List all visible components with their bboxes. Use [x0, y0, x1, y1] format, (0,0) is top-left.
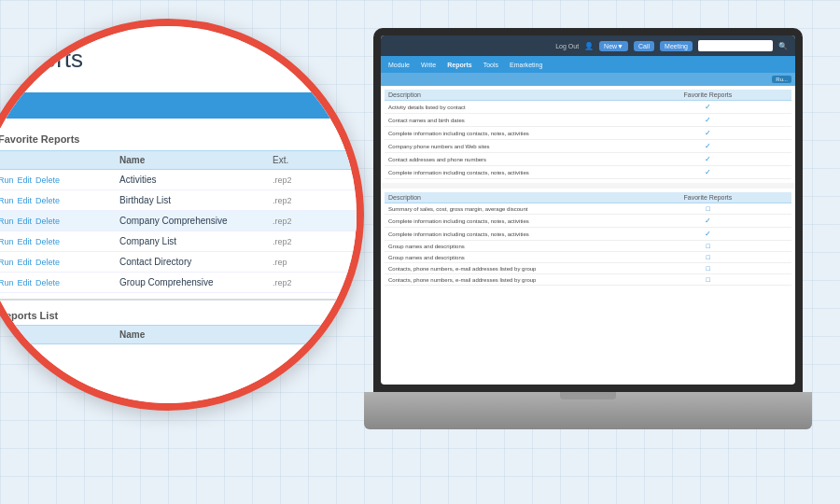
delete-button[interactable]: Delete — [35, 175, 60, 185]
run-button[interactable]: Run — [0, 175, 14, 185]
table-name-header: Name — [119, 155, 273, 165]
screen-action-bar: Ru... — [381, 73, 795, 86]
report-ext: .rep — [273, 258, 338, 267]
table-row: Run Edit Delete Company List .rep2 — [0, 231, 357, 252]
table-row: Run Edit Delete Group Comprehensive .rep… — [0, 273, 357, 293]
table-row: Run Edit Delete Contact Directory .rep — [0, 252, 357, 273]
logout-label: Log Out — [555, 43, 579, 49]
list-name-header: Name — [119, 329, 338, 340]
table2-col2-header: Favorite Reports — [628, 194, 788, 201]
screen-nav: Module Write Reports Tools Emarketing — [381, 56, 795, 73]
table2-header: Description Favorite Reports — [385, 192, 791, 203]
table2-row4: Group names and descriptions ☐ — [385, 241, 791, 252]
table-row: Run Edit Delete Birthday List .rep2 — [0, 190, 357, 211]
edit-button[interactable]: Edit — [18, 237, 33, 246]
table2-col1-header: Description — [388, 194, 628, 201]
screen-table1: Description Favorite Reports Activity de… — [381, 86, 795, 183]
row-actions: Run Edit Delete — [0, 217, 119, 226]
edit-button[interactable]: Edit — [18, 175, 33, 185]
reports-blue-bar — [0, 92, 357, 119]
delete-button[interactable]: Delete — [35, 217, 60, 226]
nav-module[interactable]: Module — [388, 62, 410, 68]
screen-topbar: Log Out 👤 New▼ Call Meeting 🔍 — [381, 35, 795, 56]
search-icon: 🔍 — [778, 42, 788, 50]
nav-tools[interactable]: Tools — [483, 62, 498, 68]
table2-row6: Contacts, phone numbers, e-mail addresse… — [385, 263, 791, 274]
delete-button[interactable]: Delete — [35, 196, 60, 205]
delete-button[interactable]: Delete — [35, 258, 60, 267]
edit-button[interactable]: Edit — [18, 196, 33, 205]
reports-list-section: Reports List Name — [0, 299, 357, 344]
table-row: Run Edit Delete Activities .rep2 — [0, 170, 357, 190]
run-button[interactable]: Run — [0, 258, 14, 267]
call-button[interactable]: Call — [634, 41, 654, 51]
row-actions: Run Edit Delete — [0, 237, 119, 246]
delete-button[interactable]: Delete — [35, 278, 60, 287]
table1-row4: Company phone numbers and Web sites ✓ — [385, 140, 791, 153]
report-name: Contact Directory — [119, 257, 273, 267]
delete-button[interactable]: Delete — [35, 237, 60, 246]
report-name: Birthday List — [119, 195, 273, 205]
report-ext: .rep2 — [273, 196, 338, 205]
table2-row7: Contacts, phone numbers, e-mail addresse… — [385, 274, 791, 286]
row-actions: Run Edit Delete — [0, 196, 119, 205]
nav-emarketing[interactable]: Emarketing — [510, 62, 542, 68]
favorite-reports-label: Favorite Reports — [0, 128, 357, 150]
table2-row5: Group names and descriptions ☐ — [385, 252, 791, 263]
edit-button[interactable]: Edit — [18, 258, 33, 267]
report-name: Company Comprehensive — [119, 216, 273, 226]
reports-page: Reports Favorite Reports Name Ext. Run E… — [0, 26, 357, 403]
table2-row2: Complete information including contacts,… — [385, 215, 791, 228]
report-ext: .rep2 — [273, 175, 338, 185]
table2-row3: Complete information including contacts,… — [385, 228, 791, 241]
screen-content: Log Out 👤 New▼ Call Meeting 🔍 Module Wri… — [381, 35, 795, 385]
table1-col2-header: Favorite Reports — [628, 91, 788, 98]
table1-row6: Complete information including contacts,… — [385, 166, 791, 179]
reports-table-header: Name Ext. — [0, 150, 357, 170]
list-actions-spacer — [0, 329, 119, 340]
report-ext: .rep2 — [273, 217, 338, 226]
laptop-screen-outer: Log Out 👤 New▼ Call Meeting 🔍 Module Wri… — [373, 28, 803, 392]
run-button-small[interactable]: Ru... — [772, 76, 791, 83]
edit-button[interactable]: Edit — [18, 278, 33, 287]
report-ext: .rep2 — [273, 278, 338, 287]
row-actions: Run Edit Delete — [0, 175, 119, 185]
report-name: Company List — [119, 236, 273, 246]
edit-button[interactable]: Edit — [18, 217, 33, 226]
laptop: Log Out 👤 New▼ Call Meeting 🔍 Module Wri… — [364, 28, 812, 429]
table-ext-header: Ext. — [273, 155, 338, 165]
search-input[interactable] — [698, 40, 773, 51]
run-button[interactable]: Run — [0, 278, 14, 287]
user-icon: 👤 — [584, 42, 594, 50]
laptop-screen: Log Out 👤 New▼ Call Meeting 🔍 Module Wri… — [381, 35, 795, 385]
table1-row1: Activity details listed by contact ✓ — [385, 101, 791, 114]
table-actions-spacer — [0, 155, 119, 165]
meeting-button[interactable]: Meeting — [660, 41, 693, 51]
screen-table2: Description Favorite Reports Summary of … — [381, 189, 795, 289]
report-name: Group Comprehensive — [119, 277, 273, 287]
nav-write[interactable]: Write — [421, 62, 436, 68]
table1-row5: Contact addresses and phone numbers ✓ — [385, 153, 791, 166]
table1-row3: Complete information including contacts,… — [385, 127, 791, 140]
row-actions: Run Edit Delete — [0, 258, 119, 267]
table2-row1: Summary of sales, cost, gross margin, av… — [385, 203, 791, 215]
table1-row2: Contact names and birth dates ✓ — [385, 114, 791, 127]
new-button[interactable]: New▼ — [599, 41, 628, 51]
table-row: Run Edit Delete Company Comprehensive .r… — [0, 211, 357, 231]
reports-list-label: Reports List — [0, 306, 357, 325]
run-button[interactable]: Run — [0, 217, 14, 226]
laptop-base — [364, 392, 812, 429]
run-button[interactable]: Run — [0, 196, 14, 205]
reports-list-table-header: Name — [0, 325, 357, 344]
run-button[interactable]: Run — [0, 237, 14, 246]
table1-header: Description Favorite Reports — [385, 90, 791, 101]
nav-reports[interactable]: Reports — [447, 62, 471, 68]
table1-col1-header: Description — [388, 91, 628, 98]
row-actions: Run Edit Delete — [0, 278, 119, 287]
report-name: Activities — [119, 175, 273, 185]
report-ext: .rep2 — [273, 237, 338, 246]
